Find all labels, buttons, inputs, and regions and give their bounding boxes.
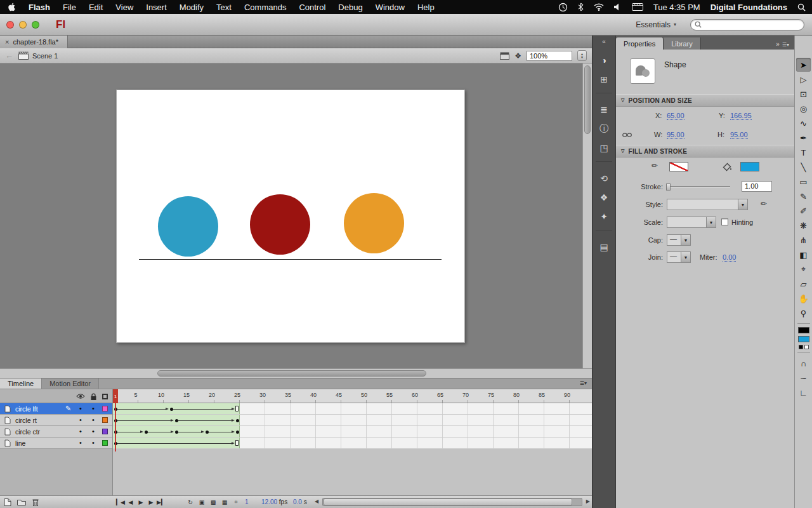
stroke-weight-field[interactable]: 1.00 bbox=[742, 181, 772, 192]
menu-debug[interactable]: Debug bbox=[332, 3, 369, 12]
play-button[interactable]: ▶ bbox=[136, 497, 146, 507]
layer-lock-dot[interactable]: • bbox=[92, 404, 95, 412]
menu-control[interactable]: Control bbox=[292, 3, 332, 12]
miter-value[interactable]: 0.00 bbox=[723, 253, 736, 262]
info-panel-icon[interactable]: ⓘ bbox=[595, 121, 613, 137]
join-dropdown[interactable]: — ▼ bbox=[667, 251, 691, 263]
collapse-dock-button[interactable]: » bbox=[776, 41, 782, 50]
workspace-switcher[interactable]: Essentials ▾ bbox=[636, 20, 676, 29]
bluetooth-icon[interactable] bbox=[578, 3, 584, 11]
frames-circle-lft[interactable] bbox=[113, 403, 592, 415]
layer-outline-swatch[interactable] bbox=[102, 429, 108, 434]
keyframe-dot[interactable] bbox=[236, 419, 239, 422]
lasso-tool[interactable]: ∿ bbox=[796, 116, 811, 130]
swap-colors-button[interactable] bbox=[804, 345, 809, 349]
layer-lock-dot[interactable]: • bbox=[92, 427, 95, 435]
menu-flash[interactable]: Flash bbox=[22, 3, 56, 12]
fill-color-swatch[interactable] bbox=[740, 162, 759, 171]
stroke-weight-slider[interactable] bbox=[667, 186, 730, 188]
circle-left[interactable] bbox=[158, 196, 218, 257]
components-panel-icon[interactable]: ❖ bbox=[595, 189, 613, 206]
frames-circle-rt[interactable] bbox=[113, 415, 592, 426]
project-panel-icon[interactable]: ▤ bbox=[595, 239, 613, 255]
close-window-button[interactable] bbox=[6, 21, 14, 29]
smooth-button[interactable]: ∼ bbox=[796, 371, 811, 385]
x-value[interactable]: 65.00 bbox=[667, 112, 684, 120]
vertical-scrollbar-thumb[interactable] bbox=[584, 65, 591, 134]
menu-commands[interactable]: Commands bbox=[238, 3, 292, 12]
outline-layers-icon[interactable] bbox=[102, 394, 108, 399]
deco-tool[interactable]: ❋ bbox=[796, 218, 811, 232]
pasteboard[interactable] bbox=[0, 64, 592, 368]
layer-visibility-dot[interactable]: • bbox=[79, 439, 82, 446]
new-layer-button[interactable] bbox=[3, 497, 13, 507]
section-fill-and-stroke[interactable]: ▽ FILL AND STROKE bbox=[616, 145, 794, 157]
elapsed-time-field[interactable]: 0.0 bbox=[293, 498, 302, 505]
zoom-tool[interactable]: ⚲ bbox=[796, 306, 811, 320]
layer-line[interactable]: line•• bbox=[0, 438, 112, 449]
hand-tool[interactable]: ✋ bbox=[796, 291, 811, 305]
delete-layer-button[interactable] bbox=[30, 497, 41, 507]
wifi-icon[interactable] bbox=[594, 3, 604, 11]
stage[interactable] bbox=[116, 90, 465, 343]
tab-properties[interactable]: Properties bbox=[616, 37, 664, 50]
document-tab[interactable]: × chapter-18.fla* bbox=[0, 36, 68, 48]
menu-text[interactable]: Text bbox=[210, 3, 238, 12]
stroke-color-swatch[interactable] bbox=[669, 162, 688, 171]
stroke-style-dropdown[interactable]: ▼ bbox=[667, 199, 748, 210]
eraser-tool[interactable]: ▱ bbox=[796, 277, 811, 291]
text-tool[interactable]: T bbox=[796, 145, 811, 159]
layer-lock-dot[interactable]: • bbox=[92, 439, 95, 446]
section-position-and-size[interactable]: ▽ POSITION AND SIZE bbox=[616, 94, 794, 107]
subselection-tool[interactable]: ▷ bbox=[796, 72, 811, 86]
cap-dropdown[interactable]: — ▼ bbox=[667, 234, 691, 246]
scroll-right-icon[interactable]: ▶ bbox=[586, 498, 590, 504]
new-folder-button[interactable] bbox=[16, 497, 27, 507]
layer-visibility-dot[interactable]: • bbox=[79, 427, 82, 435]
default-colors-button[interactable] bbox=[799, 345, 803, 349]
tab-motion-editor[interactable]: Motion Editor bbox=[42, 378, 99, 389]
spotlight-icon[interactable] bbox=[797, 3, 806, 11]
layer-outline-swatch[interactable] bbox=[102, 406, 108, 411]
menu-view[interactable]: View bbox=[109, 3, 140, 12]
transform-panel-icon[interactable]: ◳ bbox=[595, 140, 613, 156]
toolbar-fill-color-chip[interactable] bbox=[798, 336, 809, 342]
panel-menu-icon[interactable]: ☰▾ bbox=[782, 42, 794, 50]
menubar-clock[interactable]: Tue 4:35 PM bbox=[653, 3, 700, 12]
stage-line[interactable] bbox=[139, 259, 442, 260]
apple-menu[interactable] bbox=[0, 3, 22, 11]
history-panel-icon[interactable]: ⟲ bbox=[595, 170, 613, 187]
volume-icon[interactable] bbox=[614, 3, 622, 11]
snap-to-objects-button[interactable]: ∩ bbox=[796, 356, 811, 370]
scroll-left-icon[interactable]: ◀ bbox=[315, 498, 318, 504]
layer-outline-swatch[interactable] bbox=[102, 440, 108, 446]
paint-bucket-tool[interactable]: ◧ bbox=[796, 248, 811, 262]
prev-frame-button[interactable]: ◀ bbox=[126, 497, 136, 507]
layer-lock-dot[interactable]: • bbox=[92, 416, 95, 424]
h-value[interactable]: 95.00 bbox=[730, 131, 748, 139]
toolbar-stroke-color-chip[interactable] bbox=[798, 327, 809, 333]
layer-circle-rt[interactable]: circle rt•• bbox=[0, 415, 112, 426]
menu-insert[interactable]: Insert bbox=[140, 3, 173, 12]
circle-center[interactable] bbox=[250, 194, 310, 255]
keyframe-dot[interactable] bbox=[170, 408, 173, 411]
timeline-ruler[interactable]: 1 51015202530354045505560657075808590 bbox=[113, 389, 592, 403]
layer-circle-lft[interactable]: circle lft✎•• bbox=[0, 403, 112, 415]
show-hide-layers-icon[interactable] bbox=[76, 393, 85, 399]
onion-outlines-button[interactable]: ▩ bbox=[208, 497, 218, 507]
w-value[interactable]: 95.00 bbox=[667, 131, 684, 139]
selection-tool[interactable]: ➤ bbox=[796, 58, 811, 72]
vertical-scrollbar[interactable] bbox=[582, 64, 592, 368]
bone-tool[interactable]: ⋔ bbox=[796, 233, 811, 247]
tab-library[interactable]: Library bbox=[664, 37, 701, 50]
close-document-icon[interactable]: × bbox=[5, 38, 9, 46]
rectangle-tool[interactable]: ▭ bbox=[796, 175, 811, 189]
line-tool[interactable]: ╲ bbox=[796, 160, 811, 174]
expand-dock-button[interactable]: « bbox=[593, 36, 615, 51]
horizontal-scrollbar[interactable] bbox=[0, 368, 592, 378]
eyedropper-tool[interactable]: ⌖ bbox=[796, 262, 811, 276]
loop-button[interactable]: ↻ bbox=[185, 497, 195, 507]
frame-rate-field[interactable]: 12.00 bbox=[261, 498, 277, 505]
edit-stroke-style-button[interactable]: ✏ bbox=[761, 199, 767, 208]
zoom-level-field[interactable]: 100% bbox=[527, 51, 572, 61]
